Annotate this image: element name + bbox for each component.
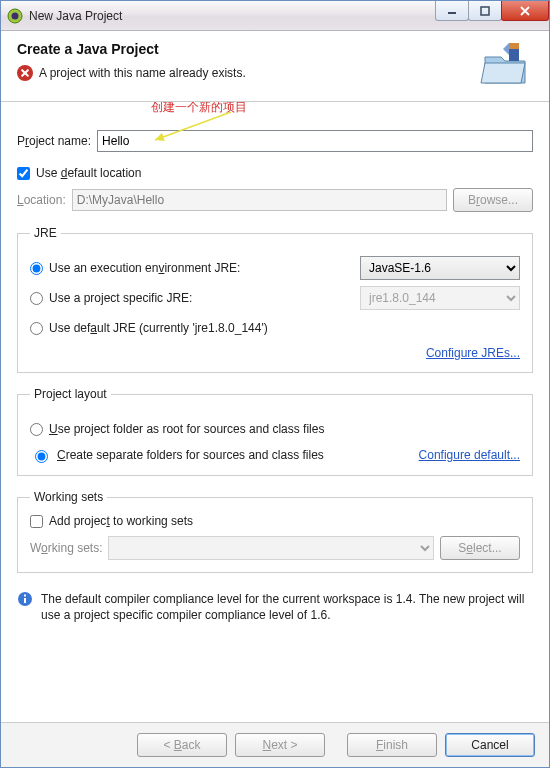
jre-specific-radio[interactable] xyxy=(30,292,43,305)
cancel-button[interactable]: Cancel xyxy=(445,733,535,757)
jre-specific-label: Use a project specific JRE: xyxy=(49,291,354,305)
layout-separate-label: Create separate folders for sources and … xyxy=(57,448,413,462)
jre-env-radio[interactable] xyxy=(30,262,43,275)
location-input xyxy=(72,189,447,211)
working-sets-legend: Working sets xyxy=(30,490,107,504)
layout-root-row: Use project folder as root for sources a… xyxy=(30,417,520,441)
svg-rect-5 xyxy=(509,43,519,49)
svg-rect-9 xyxy=(24,595,26,597)
back-button: < Back xyxy=(137,733,227,757)
jre-env-label: Use an execution environment JRE: xyxy=(49,261,354,275)
error-message: A project with this name already exists. xyxy=(17,65,479,81)
jre-env-row: Use an execution environment JRE: JavaSE… xyxy=(30,256,520,280)
maximize-button[interactable] xyxy=(468,1,502,21)
jre-env-select[interactable]: JavaSE-1.6 xyxy=(360,256,520,280)
jre-specific-row: Use a project specific JRE: jre1.8.0_144 xyxy=(30,286,520,310)
info-text: The default compiler compliance level fo… xyxy=(41,591,533,623)
working-sets-row: Working sets: Select... xyxy=(30,536,520,560)
jre-legend: JRE xyxy=(30,226,61,240)
svg-rect-3 xyxy=(481,7,489,15)
location-label: Location: xyxy=(17,193,66,207)
layout-root-radio[interactable] xyxy=(30,423,43,436)
info-row: The default compiler compliance level fo… xyxy=(17,591,533,623)
error-icon xyxy=(17,65,33,81)
jre-default-row: Use default JRE (currently 'jre1.8.0_144… xyxy=(30,316,520,340)
eclipse-icon xyxy=(7,8,23,24)
layout-root-label: Use project folder as root for sources a… xyxy=(49,422,520,436)
close-button[interactable] xyxy=(501,1,549,21)
project-name-input[interactable] xyxy=(97,130,533,152)
working-sets-group: Working sets Add project to working sets… xyxy=(17,490,533,573)
project-name-label: Project name: xyxy=(17,134,91,148)
jre-default-radio[interactable] xyxy=(30,322,43,335)
add-working-sets-row: Add project to working sets xyxy=(30,514,520,528)
dialog-footer: < Back Next > Finish Cancel xyxy=(1,722,549,767)
configure-jres-link[interactable]: Configure JREs... xyxy=(426,346,520,360)
layout-separate-row: Create separate folders for sources and … xyxy=(30,447,520,463)
browse-button: Browse... xyxy=(453,188,533,212)
svg-rect-2 xyxy=(448,12,456,14)
working-sets-select xyxy=(108,536,434,560)
svg-rect-8 xyxy=(24,598,26,603)
use-default-location-label: Use default location xyxy=(36,166,141,180)
svg-point-1 xyxy=(12,12,19,19)
error-text: A project with this name already exists. xyxy=(39,66,246,80)
minimize-button[interactable] xyxy=(435,1,469,21)
configure-default-link[interactable]: Configure default... xyxy=(419,448,520,462)
add-working-sets-checkbox[interactable] xyxy=(30,515,43,528)
titlebar[interactable]: New Java Project xyxy=(1,1,549,31)
project-layout-group: Project layout Use project folder as roo… xyxy=(17,387,533,476)
window-title: New Java Project xyxy=(29,9,122,23)
jre-default-label: Use default JRE (currently 'jre1.8.0_144… xyxy=(49,321,520,335)
select-working-sets-button: Select... xyxy=(440,536,520,560)
wizard-header: Create a Java Project A project with thi… xyxy=(1,31,549,102)
use-default-location-row: Use default location xyxy=(17,166,533,180)
project-layout-legend: Project layout xyxy=(30,387,111,401)
jre-group: JRE Use an execution environment JRE: Ja… xyxy=(17,226,533,373)
layout-separate-radio[interactable] xyxy=(35,450,48,463)
location-row: Location: Browse... xyxy=(17,188,533,212)
working-sets-label: Working sets: xyxy=(30,541,102,555)
add-working-sets-label: Add project to working sets xyxy=(49,514,193,528)
next-button: Next > xyxy=(235,733,325,757)
project-name-row: Project name: xyxy=(17,130,533,152)
use-default-location-checkbox[interactable] xyxy=(17,167,30,180)
jre-specific-select: jre1.8.0_144 xyxy=(360,286,520,310)
dialog-window: New Java Project Create a Java Project A… xyxy=(0,0,550,768)
page-title: Create a Java Project xyxy=(17,41,479,57)
dialog-body: 创建一个新的项目 Project name: Use default locat… xyxy=(1,102,549,722)
info-icon xyxy=(17,591,33,607)
wizard-banner-icon xyxy=(479,41,533,87)
window-controls xyxy=(436,1,549,21)
finish-button: Finish xyxy=(347,733,437,757)
